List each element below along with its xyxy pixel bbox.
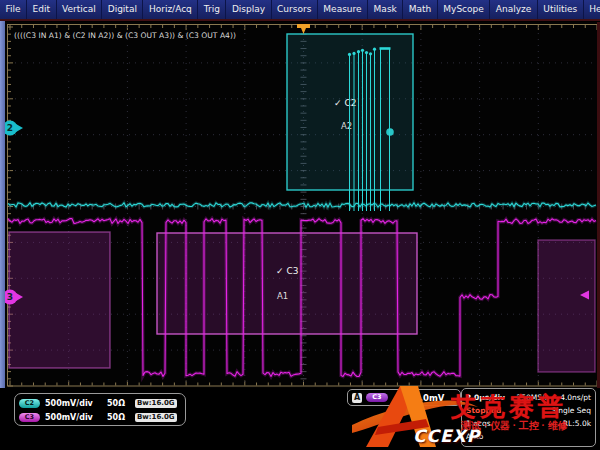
menu-edit[interactable]: Edit <box>27 0 56 19</box>
menu-myscope[interactable]: MyScope <box>438 0 491 19</box>
acq-count-row: 1 acqs RL:5.0k <box>466 417 591 430</box>
run-status: Stopped <box>466 406 501 415</box>
menu-mask[interactable]: Mask <box>368 0 403 19</box>
zone-zone-right[interactable] <box>538 240 595 372</box>
channel-marker-label-ch3: 3 <box>7 292 13 302</box>
channel-readout-box[interactable]: C2 500mV/div 50Ω Bw:16.0G C3 500mV/div 5… <box>14 393 186 426</box>
menu-utilities[interactable]: Utilities <box>538 0 584 19</box>
timebase-value: 2.0μs/div <box>466 393 505 402</box>
resolution-value: 4.0ns/pt <box>560 393 591 402</box>
channel-marker-arrow-ch2 <box>16 124 23 132</box>
waveform-canvas: ✓ C2A2✓ C3A123((((C3 IN A1) & (C2 IN A2)… <box>0 22 600 388</box>
window-left-edge <box>0 21 5 421</box>
channel-2-readout: C2 500mV/div 50Ω Bw:16.0G <box>19 396 181 410</box>
c2-pulse-top <box>365 51 368 54</box>
trig-mode-row: Auto <box>466 430 591 443</box>
menu-measure[interactable]: Measure <box>318 0 368 19</box>
c2-pulse-top <box>352 52 355 55</box>
zone-A1[interactable] <box>157 233 417 334</box>
trigger-position-marker[interactable] <box>297 24 310 34</box>
menu-help[interactable]: Help <box>584 0 600 19</box>
zone-name-label: A2 <box>341 121 352 131</box>
menu-horiz-acq[interactable]: Horiz/Acq <box>143 0 198 19</box>
zone-check-label: ✓ C2 <box>334 98 356 108</box>
c2-pulse-top <box>369 52 372 55</box>
channel-2-impedance: 50Ω <box>107 399 135 408</box>
c2-pulse-top <box>348 53 351 56</box>
channel-2-scale: 500mV/div <box>45 399 107 408</box>
menu-digital[interactable]: Digital <box>102 0 143 19</box>
menu-file[interactable]: File <box>0 0 27 19</box>
acquisition-readout-box[interactable]: 2.0μs/div 250MS/s 4.0ns/pt Stopped Singl… <box>461 388 596 447</box>
c2-pulse-top <box>357 50 360 53</box>
trigger-level-value: 30.0mV <box>408 393 444 403</box>
menu-vertical[interactable]: Vertical <box>57 0 103 19</box>
menu-cursors[interactable]: Cursors <box>272 0 318 19</box>
acquisition-mode: Single Seq <box>551 406 591 415</box>
trigger-mode: Auto <box>466 432 483 441</box>
channel-3-bandwidth: Bw:16.0G <box>135 413 177 422</box>
status-row: Stopped Single Seq <box>466 404 591 417</box>
c2-pulse-top <box>373 48 376 51</box>
c2-pulse-top <box>361 49 364 52</box>
channel-3-impedance: 50Ω <box>107 413 135 422</box>
acq-count: 1 acqs <box>466 419 491 428</box>
timebase-row: 2.0μs/div 250MS/s 4.0ns/pt <box>466 391 591 404</box>
channel-3-readout: C3 500mV/div 50Ω Bw:16.0G <box>19 410 181 424</box>
menu-bar: File Edit Vertical Digital Horiz/Acq Tri… <box>0 0 600 21</box>
zone-zone-left[interactable] <box>9 232 110 368</box>
menu-display[interactable]: Display <box>226 0 271 19</box>
zone-name-label: A1 <box>277 291 288 301</box>
sample-rate-value: 250MS/s <box>517 393 549 402</box>
channel-marker-label-ch2: 2 <box>7 123 13 133</box>
trigger-system-label: A <box>352 393 362 403</box>
channel-3-badge[interactable]: C3 <box>19 413 40 422</box>
scope-display: ✓ C2A2✓ C3A123((((C3 IN A1) & (C2 IN A2)… <box>0 22 600 388</box>
record-length: RL:5.0k <box>563 419 591 428</box>
channel-2-badge[interactable]: C2 <box>19 399 40 408</box>
channel-2-bandwidth: Bw:16.0G <box>135 399 177 408</box>
menu-trig[interactable]: Trig <box>198 0 226 19</box>
readout-panel: C2 500mV/div 50Ω Bw:16.0G C3 500mV/div 5… <box>0 388 600 450</box>
visual-trigger-formula: ((((C3 IN A1) & (C2 IN A2)) & (C3 OUT A3… <box>14 31 236 40</box>
trigger-readout-box[interactable]: A C3 30.0mV <box>347 389 461 406</box>
c2-blob <box>386 128 394 136</box>
rising-edge-icon <box>393 392 404 404</box>
menu-math[interactable]: Math <box>403 0 438 19</box>
zone-check-label: ✓ C3 <box>276 266 298 276</box>
trigger-source-badge: C3 <box>366 393 388 402</box>
channel-3-scale: 500mV/div <box>45 413 107 422</box>
menu-analyze[interactable]: Analyze <box>490 0 537 19</box>
